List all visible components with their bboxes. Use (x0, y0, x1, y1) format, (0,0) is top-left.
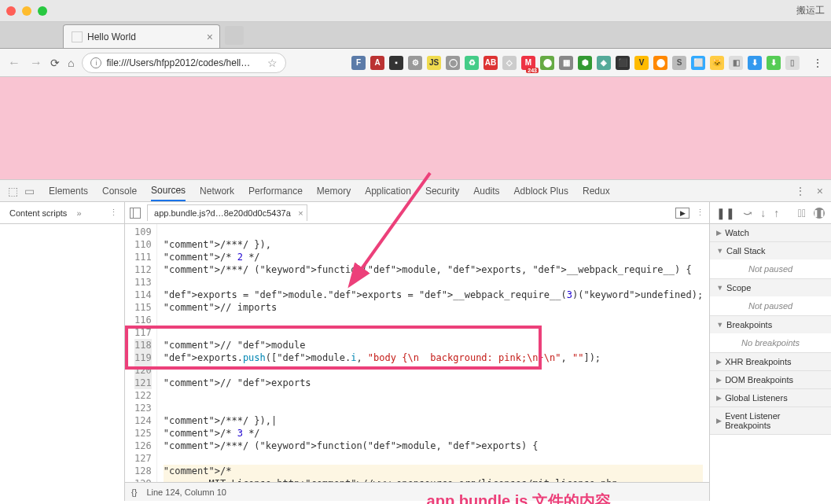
file-tab-label: app.bundle.js?d…8e20d0d0c5437a (154, 208, 291, 218)
open-file-tab[interactable]: app.bundle.js?d…8e20d0d0c5437a × (147, 204, 307, 221)
debugger-section-header[interactable]: ▶DOM Breakpoints (710, 371, 831, 388)
annotation-label: app.bundle.js 文件的内容 (427, 491, 611, 501)
svg-line-0 (351, 173, 430, 283)
section-label: Scope (726, 283, 751, 292)
browser-tabstrip: Hello World × (0, 22, 831, 49)
ext-icon[interactable]: ⬤ (653, 56, 667, 70)
navigator-tab-content-scripts[interactable]: Content scripts (6, 207, 70, 219)
favicon-icon (72, 31, 83, 42)
ext-icon[interactable]: S (672, 56, 686, 70)
section-label: XHR Breakpoints (725, 357, 791, 366)
devtools-close-icon[interactable]: × (817, 185, 823, 197)
editor-menu-icon[interactable]: ⋮ (696, 208, 704, 218)
window-titlebar: 搬运工 (0, 0, 831, 22)
debugger-panel: ❚❚ ⤻ ↓ ↑ ⁋⃠ ❚❚ ▶Watch▼Call StackNot paus… (709, 202, 831, 501)
debugger-section-header[interactable]: ▼Scope (710, 279, 831, 296)
ext-icon[interactable]: ◇ (502, 56, 517, 70)
home-button[interactable]: ⌂ (68, 57, 74, 69)
chevron-right-icon: ▶ (716, 394, 722, 402)
ext-icon[interactable]: 🐱 (710, 56, 724, 70)
tab-console[interactable]: Console (102, 186, 137, 197)
chevron-right-icon: ▶ (716, 229, 722, 237)
ext-icon[interactable]: ⬜ (691, 56, 705, 70)
address-bar[interactable]: i file:///Users/hfpp2012/codes/hell… ☆ (82, 53, 286, 73)
browser-tab[interactable]: Hello World × (63, 24, 220, 48)
debugger-section-header[interactable]: ▶XHR Breakpoints (710, 353, 831, 370)
devtools-menu-icon[interactable]: ⋮ (795, 185, 806, 197)
run-snippet-icon[interactable]: ▶ (675, 208, 689, 219)
gmail-icon[interactable]: M243 (521, 56, 535, 70)
ext-icon[interactable]: ⬇ (767, 56, 781, 70)
forward-button[interactable]: → (30, 56, 42, 70)
back-button[interactable]: ← (8, 56, 20, 70)
chevron-down-icon: ▼ (716, 284, 723, 292)
debugger-section-header[interactable]: ▶Global Listeners (710, 389, 831, 407)
step-over-button[interactable]: ⤻ (743, 207, 752, 219)
ext-icon[interactable]: ♻ (465, 56, 479, 70)
tab-sources[interactable]: Sources (151, 185, 186, 201)
close-tab-icon[interactable]: × (207, 31, 213, 43)
tab-adblock-plus[interactable]: Adblock Plus (514, 186, 568, 197)
abp-icon[interactable]: AB (484, 56, 498, 70)
tab-performance[interactable]: Performance (248, 186, 303, 197)
navigator-menu-icon[interactable]: ⋮ (109, 208, 118, 218)
toolbar: ← → ⟳ ⌂ i file:///Users/hfpp2012/codes/h… (0, 49, 831, 77)
ext-icon[interactable]: A (370, 56, 384, 70)
section-content: No breakpoints (710, 333, 831, 352)
ext-icon[interactable]: ▯ (785, 56, 800, 70)
tab-elements[interactable]: Elements (49, 186, 88, 197)
step-into-button[interactable]: ↓ (760, 207, 766, 219)
maximize-window-button[interactable] (38, 6, 47, 16)
debugger-section-call-stack: ▼Call StackNot paused (710, 242, 831, 279)
pause-button[interactable]: ❚❚ (716, 207, 735, 219)
section-label: Breakpoints (726, 320, 772, 329)
device-toggle-icon[interactable]: ▭ (24, 185, 35, 197)
ext-icon[interactable]: V (634, 56, 649, 70)
debugger-section-header[interactable]: ▼Breakpoints (710, 316, 831, 333)
extension-icons: F A ▪ ⚙ JS ◯ ♻ AB ◇ M243 ⬤ ▦ ⬢ ◈ ⬛ V ⬤ S… (351, 56, 800, 70)
tab-redux[interactable]: Redux (583, 186, 610, 197)
ext-icon[interactable]: ⬛ (616, 56, 630, 70)
reload-button[interactable]: ⟳ (50, 57, 60, 69)
ext-icon[interactable]: ▪ (389, 56, 403, 70)
debugger-section-header[interactable]: ▼Call Stack (710, 242, 831, 259)
ext-icon[interactable]: ◧ (729, 56, 743, 70)
deactivate-breakpoints-button[interactable]: ⁋⃠ (798, 207, 806, 219)
debugger-section-global-listeners: ▶Global Listeners (710, 389, 831, 407)
section-label: Call Stack (726, 246, 766, 256)
debugger-section-watch: ▶Watch (710, 224, 831, 242)
new-tab-button[interactable] (225, 26, 244, 45)
annotation-arrow (344, 165, 438, 291)
section-label: Watch (725, 228, 749, 237)
pause-on-exceptions-button[interactable]: ❚❚ (814, 208, 825, 219)
ext-icon[interactable]: ◯ (446, 56, 460, 70)
debugger-section-scope: ▼ScopeNot paused (710, 279, 831, 316)
browser-menu-icon[interactable]: ⋮ (812, 57, 823, 69)
close-file-icon[interactable]: × (298, 208, 303, 218)
ext-icon[interactable]: ⚙ (408, 56, 422, 70)
debugger-section-header[interactable]: ▶Watch (710, 224, 831, 241)
cursor-position: Line 124, Column 10 (146, 487, 226, 497)
format-braces-icon[interactable]: {} (131, 487, 137, 497)
inspect-icon[interactable]: ⬚ (8, 185, 18, 197)
ext-icon[interactable]: F (351, 56, 366, 70)
info-icon[interactable]: i (90, 57, 101, 68)
ext-icon[interactable]: ◈ (597, 56, 611, 70)
ext-icon[interactable]: ⬢ (578, 56, 592, 70)
tab-audits[interactable]: Audits (473, 186, 499, 197)
ext-icon[interactable]: JS (427, 56, 441, 70)
section-content: Not paused (710, 296, 831, 315)
tab-network[interactable]: Network (200, 186, 234, 197)
step-out-button[interactable]: ↑ (774, 207, 779, 219)
bookmark-star-icon[interactable]: ☆ (267, 57, 278, 69)
minimize-window-button[interactable] (22, 6, 31, 16)
ext-icon[interactable]: ⬤ (540, 56, 554, 70)
ext-icon[interactable]: ⬇ (748, 56, 762, 70)
close-window-button[interactable] (6, 6, 16, 16)
url-text: file:///Users/hfpp2012/codes/hell… (106, 57, 250, 68)
chevron-down-icon: ▼ (716, 247, 723, 255)
toggle-navigator-icon[interactable] (130, 208, 141, 219)
more-tabs-icon[interactable]: » (76, 208, 81, 218)
ext-icon[interactable]: ▦ (559, 56, 573, 70)
debugger-section-header[interactable]: ▶Event Listener Breakpoints (710, 407, 831, 434)
